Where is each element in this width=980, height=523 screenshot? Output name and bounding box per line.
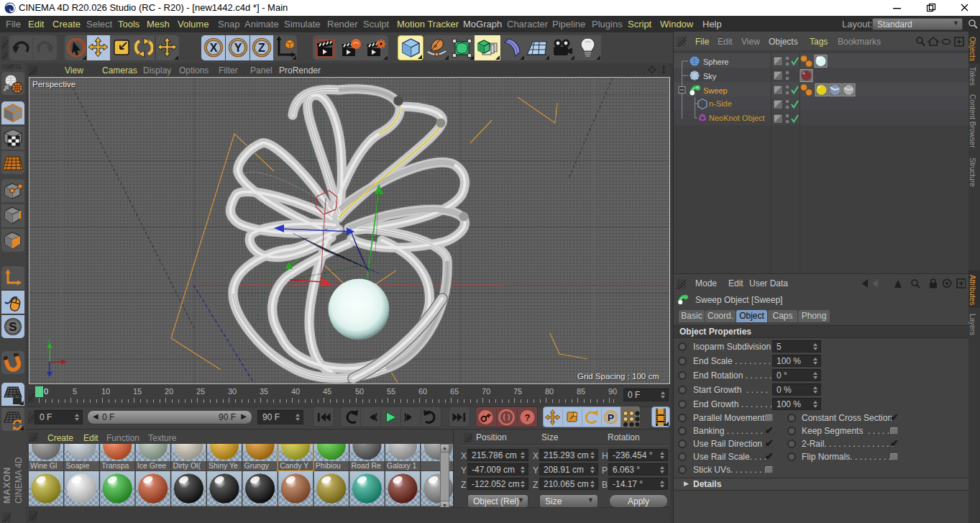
svg-text:?: ? [525, 412, 531, 423]
svg-text:0: 0 [44, 387, 48, 396]
svg-text:5: 5 [73, 387, 77, 396]
svg-text:70: 70 [482, 387, 490, 396]
svg-text:CINEMA 4D: CINEMA 4D [14, 457, 24, 504]
svg-text:Perspective: Perspective [32, 80, 75, 88]
svg-text:S: S [9, 320, 17, 334]
svg-text:55: 55 [387, 387, 395, 396]
svg-text:Y: Y [47, 337, 51, 344]
svg-text:50: 50 [355, 387, 364, 396]
svg-text:75: 75 [513, 387, 522, 396]
svg-text:60: 60 [418, 387, 427, 396]
svg-text:Y: Y [234, 42, 242, 54]
svg-text:25: 25 [196, 387, 205, 396]
svg-text:Ice Gree: Ice Gree [137, 461, 166, 470]
svg-text:Shiny Ye: Shiny Ye [209, 461, 238, 470]
svg-text:45: 45 [323, 387, 331, 396]
svg-text:35: 35 [260, 387, 268, 396]
svg-text:Wine Gl: Wine Gl [30, 461, 57, 470]
svg-text:Candy Y: Candy Y [280, 461, 308, 470]
svg-text:MAXON: MAXON [1, 467, 12, 504]
svg-text:Galaxy 1: Galaxy 1 [387, 461, 417, 470]
svg-text:80: 80 [545, 387, 554, 396]
svg-text:Sphere: Sphere [703, 58, 728, 66]
svg-text:85: 85 [577, 387, 585, 396]
svg-text:X: X [210, 42, 218, 54]
svg-text:Soapie: Soapie [66, 461, 90, 470]
svg-text:Sweep: Sweep [703, 86, 728, 95]
svg-text:NeoKnot Object: NeoKnot Object [709, 114, 765, 122]
svg-text:10: 10 [101, 387, 110, 396]
svg-text:15: 15 [133, 387, 142, 396]
svg-text:Grungy: Grungy [244, 461, 270, 470]
svg-text:Sky: Sky [703, 72, 717, 81]
svg-text:Transpa: Transpa [101, 461, 129, 470]
svg-text:40: 40 [291, 387, 300, 396]
svg-text:20: 20 [165, 387, 173, 396]
svg-text:Phibiou: Phibiou [316, 461, 341, 470]
svg-text:30: 30 [228, 387, 237, 396]
svg-text:90: 90 [608, 387, 617, 396]
svg-text:P: P [608, 412, 614, 423]
svg-text:65: 65 [450, 387, 459, 396]
svg-text:n-Side: n-Side [709, 99, 732, 108]
svg-text:Dirty Ol(: Dirty Ol( [173, 461, 201, 470]
svg-text:Road Re: Road Re [351, 461, 381, 470]
svg-text:Grid Spacing : 100 cm: Grid Spacing : 100 cm [577, 372, 659, 381]
svg-text:Z: Z [258, 42, 265, 54]
